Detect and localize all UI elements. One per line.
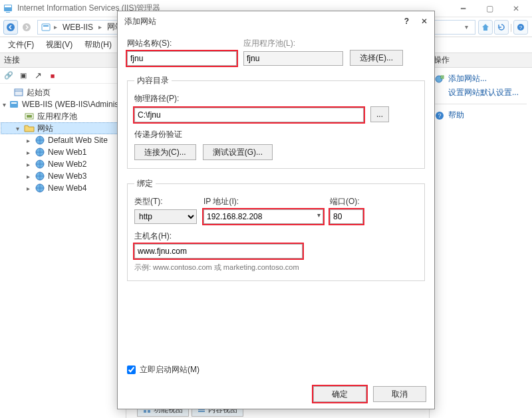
- server-icon: [9, 99, 19, 110]
- globe-icon: [35, 159, 45, 169]
- select-app-pool-button[interactable]: 选择(E)...: [350, 50, 403, 66]
- globe-icon: [35, 171, 45, 181]
- type-select[interactable]: http: [134, 209, 197, 224]
- start-immediately-label: 立即启动网站(M): [140, 364, 200, 375]
- svg-rect-1: [5, 5, 11, 7]
- svg-text:?: ?: [519, 25, 523, 31]
- svg-rect-25: [144, 410, 146, 413]
- dialog-help-button[interactable]: ?: [404, 17, 409, 26]
- content-dir-legend: 内容目录: [134, 75, 172, 86]
- action-set-defaults[interactable]: 设置网站默认设置...: [435, 86, 527, 100]
- svg-point-3: [7, 23, 15, 31]
- twisty-expanded-icon[interactable]: ▾: [13, 125, 21, 132]
- app-pool-label: 应用程序池(L):: [243, 38, 343, 49]
- tree-app-pools[interactable]: 应用程序池: [1, 110, 124, 122]
- svg-rect-26: [148, 410, 150, 413]
- physical-path-label: 物理路径(P):: [134, 93, 418, 104]
- twisty-expanded-icon[interactable]: ▾: [3, 101, 6, 108]
- ip-label: IP 地址(I):: [203, 196, 323, 207]
- home-icon: [13, 87, 24, 98]
- action-help[interactable]: ?帮助: [435, 108, 527, 122]
- action-add-site[interactable]: 添加网站...: [435, 72, 527, 86]
- minimize-button[interactable]: ━: [450, 1, 476, 17]
- actions-panel: 操作 添加网站... 设置网站默认设置... ?帮助: [429, 53, 532, 418]
- test-settings-button[interactable]: 测试设置(G)...: [203, 144, 273, 160]
- svg-rect-29: [198, 411, 205, 412]
- chevron-down-icon[interactable]: ▾: [317, 211, 321, 219]
- svg-rect-11: [11, 102, 17, 104]
- stop-icon[interactable]: ■: [47, 70, 59, 82]
- home-button[interactable]: [478, 20, 493, 35]
- type-label: 类型(T):: [134, 196, 197, 207]
- host-example-text: 示例: www.contoso.com 或 marketing.contoso.…: [134, 262, 418, 272]
- port-input[interactable]: [330, 209, 363, 224]
- connections-toolbar: 🔗 ▣ ↗ ■: [0, 68, 126, 84]
- menu-file[interactable]: 文件(F): [3, 38, 39, 52]
- chevron-right-icon: ▸: [54, 23, 57, 31]
- app-pool-icon: [24, 111, 35, 122]
- help-icon: ?: [435, 111, 444, 120]
- svg-text:?: ?: [438, 112, 441, 119]
- dialog-title: 添加网站: [124, 16, 156, 27]
- globe-icon: [35, 135, 45, 146]
- ok-button[interactable]: 确定: [313, 386, 366, 402]
- actions-header: 操作: [430, 53, 532, 68]
- svg-rect-2: [6, 12, 10, 13]
- ip-address-input[interactable]: [203, 209, 323, 224]
- tree-site-item[interactable]: ▸Default Web Site: [1, 134, 124, 146]
- iis-manager-icon: [3, 3, 13, 14]
- collapse-icon[interactable]: ↗: [32, 70, 44, 82]
- cancel-button[interactable]: 取消: [373, 386, 426, 402]
- dialog-close-button[interactable]: ✕: [421, 17, 428, 26]
- svg-rect-9: [15, 89, 23, 96]
- expand-icon[interactable]: ▣: [17, 70, 29, 82]
- maximize-button[interactable]: ▢: [476, 1, 503, 17]
- connect-as-button[interactable]: 连接为(C)...: [134, 144, 196, 160]
- binding-legend: 绑定: [134, 178, 156, 189]
- tree-site-item[interactable]: ▸New Web1: [1, 146, 124, 158]
- content-dir-fieldset: 内容目录 物理路径(P): ... 传递身份验证 连接为(C)... 测试设置(…: [127, 75, 425, 169]
- tree-site-item[interactable]: ▸New Web3: [1, 170, 124, 182]
- host-name-input[interactable]: [134, 244, 303, 259]
- app-pool-input: [243, 51, 343, 66]
- tree-server[interactable]: ▾ WEB-IIS (WEB-IIS\Administrat: [1, 98, 124, 110]
- binding-fieldset: 绑定 类型(T): http IP 地址(I): ▾ 端口(O):: [127, 178, 425, 281]
- tree-start-page[interactable]: 起始页: [1, 86, 124, 98]
- svg-point-4: [23, 23, 31, 31]
- svg-rect-13: [27, 115, 32, 118]
- connections-tree: 起始页 ▾ WEB-IIS (WEB-IIS\Administrat 应用程序池…: [0, 84, 126, 197]
- refresh-button[interactable]: [494, 20, 509, 35]
- site-name-input[interactable]: [127, 51, 237, 66]
- tree-site-item[interactable]: ▸New Web4: [1, 182, 124, 194]
- connections-header: 连接: [0, 53, 126, 68]
- help-button[interactable]: ?: [513, 20, 528, 35]
- globe-icon: [35, 147, 45, 157]
- dialog-footer: 确定 取消: [118, 379, 434, 409]
- site-name-label: 网站名称(S):: [127, 38, 237, 49]
- svg-rect-5: [42, 24, 50, 31]
- nav-back-button[interactable]: [3, 20, 18, 35]
- tree-site-item[interactable]: ▸New Web2: [1, 158, 124, 170]
- browse-path-button[interactable]: ...: [370, 106, 389, 122]
- globe-add-icon: [435, 74, 444, 84]
- breadcrumb-server[interactable]: WEB-IIS: [60, 23, 96, 32]
- dialog-title-bar: 添加网站 ? ✕: [118, 11, 434, 31]
- folder-icon: [24, 123, 35, 134]
- tree-sites-node[interactable]: ▾ 网站: [1, 122, 125, 134]
- connections-panel: 连接 🔗 ▣ ↗ ■ 起始页 ▾ WEB-IIS (WEB-IIS\Admini…: [0, 53, 126, 418]
- window-close-button[interactable]: ✕: [503, 1, 529, 17]
- chevron-down-icon[interactable]: ▾: [465, 23, 468, 31]
- globe-icon: [35, 183, 45, 193]
- nav-forward-button[interactable]: [19, 20, 34, 35]
- svg-rect-6: [43, 25, 49, 27]
- link-reconnect-icon[interactable]: 🔗: [3, 70, 15, 82]
- start-immediately-checkbox[interactable]: [127, 366, 136, 374]
- menu-help[interactable]: 帮助(H): [79, 38, 117, 52]
- server-icon: [41, 22, 51, 33]
- physical-path-input[interactable]: [134, 108, 364, 122]
- chevron-right-icon: ▸: [98, 23, 102, 31]
- add-website-dialog: 添加网站 ? ✕ 网站名称(S): 应用程序池(L): 选择(E)... 内容目…: [117, 11, 435, 409]
- menu-view[interactable]: 视图(V): [41, 38, 78, 52]
- host-label: 主机名(H):: [134, 231, 418, 242]
- passthrough-label: 传递身份验证: [134, 129, 418, 140]
